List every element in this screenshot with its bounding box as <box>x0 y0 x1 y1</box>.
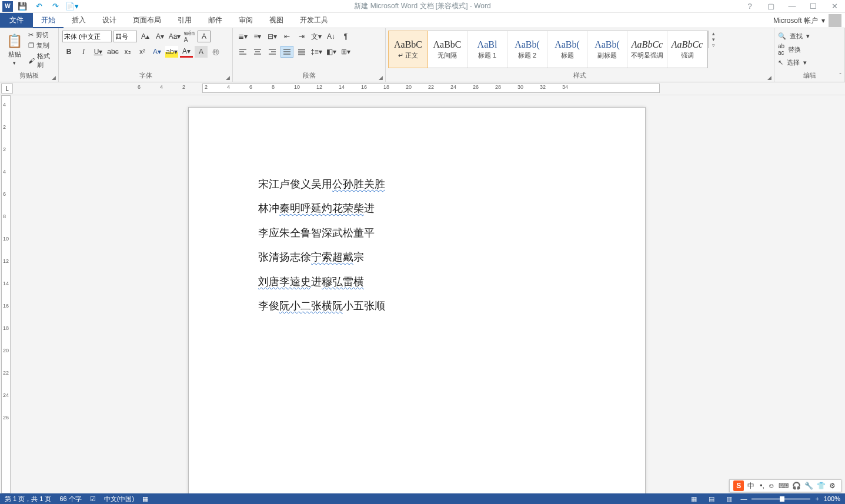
underline-button[interactable]: U▾ <box>92 46 105 58</box>
zoom-slider[interactable] <box>752 498 810 500</box>
text-run[interactable]: 穆弘雷横 <box>322 276 364 288</box>
phonetic-button[interactable]: wénA <box>183 31 196 42</box>
style-item-4[interactable]: AaBb(标题 <box>547 31 587 68</box>
text-run[interactable]: 公孙胜关胜 <box>332 178 385 190</box>
status-word-count[interactable]: 66 个字 <box>59 495 81 503</box>
text-run[interactable]: 刘唐李逵史 <box>258 276 311 288</box>
ime-item-1[interactable]: ☺ <box>768 482 775 490</box>
multilevel-button[interactable]: ⊟▾ <box>266 31 279 42</box>
style-item-1[interactable]: AaBbC无间隔 <box>427 31 467 68</box>
tab-design[interactable]: 设计 <box>94 13 125 28</box>
font-color-button[interactable]: A▾ <box>180 46 193 58</box>
page[interactable]: 宋江卢俊义吴用公孙胜关胜林冲秦明呼延灼花荣柴进李应朱仝鲁智深武松董平张清扬志徐宁… <box>188 107 646 493</box>
account-area[interactable]: Microsoft 帐户▾ <box>773 13 841 28</box>
increase-indent-button[interactable]: ⇥ <box>295 31 308 42</box>
align-center-button[interactable] <box>251 46 264 58</box>
zoom-out-button[interactable]: — <box>740 495 747 502</box>
ime-item-4[interactable]: 🔧 <box>804 482 813 490</box>
enclose-char-button[interactable]: ㊕ <box>209 46 222 58</box>
replace-button[interactable]: abac替换 <box>778 43 801 56</box>
cut-button[interactable]: ✂剪切 <box>28 31 55 39</box>
paste-button[interactable]: 📋 粘贴 ▾ <box>4 31 26 68</box>
sort-button[interactable]: A↓ <box>325 31 338 42</box>
change-case-button[interactable]: Aa▾ <box>168 31 181 42</box>
superscript-button[interactable]: x² <box>136 46 149 58</box>
doc-line[interactable]: 张清扬志徐宁索超戴宗 <box>258 245 385 269</box>
styles-down-button[interactable]: ▾ <box>709 36 719 42</box>
styles-up-button[interactable]: ▴ <box>709 31 719 36</box>
zoom-level[interactable]: 100% <box>824 495 840 502</box>
borders-button[interactable]: ⊞▾ <box>339 46 352 58</box>
text-run[interactable]: 宁索超戴 <box>311 251 353 263</box>
font-name-combo[interactable]: 宋体 (中文正 <box>62 31 112 42</box>
status-proofing-icon[interactable]: ☑ <box>90 495 96 503</box>
text-run[interactable]: 宋江卢俊义吴用 <box>258 178 332 190</box>
styles-more-button[interactable]: ▿ <box>709 42 719 48</box>
numbering-button[interactable]: ≡▾ <box>251 31 264 42</box>
tab-selector[interactable]: L <box>1 84 13 94</box>
asian-layout-button[interactable]: 文▾ <box>310 31 323 42</box>
char-shading-button[interactable]: A <box>195 46 208 58</box>
text-run[interactable]: 小五张顺 <box>343 300 385 312</box>
zoom-in-button[interactable]: + <box>815 495 819 502</box>
tab-home[interactable]: 开始 <box>33 13 64 28</box>
ime-item-0[interactable]: •, <box>760 482 764 490</box>
qat-undo-button[interactable]: ↶ <box>32 0 46 13</box>
help-button[interactable]: ? <box>742 2 758 11</box>
horizontal-ruler[interactable]: 642246810121416182022242628303234 <box>14 84 845 95</box>
style-item-2[interactable]: AaBl标题 1 <box>467 31 507 68</box>
text-run[interactable]: 李俊 <box>258 300 279 312</box>
shrink-font-button[interactable]: A▾ <box>153 31 166 42</box>
copy-button[interactable]: ❐复制 <box>28 41 55 50</box>
doc-line[interactable]: 宋江卢俊义吴用公孙胜关胜 <box>258 172 385 196</box>
grow-font-button[interactable]: A▴ <box>139 31 152 42</box>
doc-line[interactable]: 李应朱仝鲁智深武松董平 <box>258 221 385 245</box>
maximize-button[interactable]: ☐ <box>805 2 821 11</box>
find-button[interactable]: 🔍查找 ▾ <box>778 32 810 41</box>
view-web-button[interactable]: ▥ <box>723 495 736 503</box>
style-item-3[interactable]: AaBb(标题 2 <box>507 31 547 68</box>
tab-file[interactable]: 文件 <box>0 13 33 28</box>
decrease-indent-button[interactable]: ⇤ <box>280 31 293 42</box>
show-marks-button[interactable]: ¶ <box>339 31 352 42</box>
status-language[interactable]: 中文(中国) <box>104 495 134 503</box>
ime-item-2[interactable]: ⌨ <box>779 482 789 490</box>
char-border-button[interactable]: A <box>198 31 211 42</box>
style-item-6[interactable]: AaBbCc不明显强调 <box>627 31 667 68</box>
tab-insert[interactable]: 插入 <box>64 13 94 28</box>
view-print-button[interactable]: ▤ <box>705 495 718 503</box>
qat-customize-button[interactable]: 📄▾ <box>65 0 79 13</box>
subscript-button[interactable]: x₂ <box>121 46 134 58</box>
doc-line[interactable]: 刘唐李逵史进穆弘雷横 <box>258 270 385 294</box>
ribbon-display-button[interactable]: ▢ <box>763 2 779 11</box>
text-run[interactable]: 进 <box>364 202 375 214</box>
doc-line[interactable]: 李俊阮小二张横阮小五张顺 <box>258 294 385 318</box>
tab-references[interactable]: 引用 <box>169 13 200 28</box>
status-macro-icon[interactable]: ▦ <box>142 495 148 503</box>
align-right-button[interactable] <box>266 46 279 58</box>
vertical-ruler[interactable]: 422468101214161820222426 <box>1 95 11 493</box>
paragraph-launcher[interactable]: ◢ <box>379 75 383 81</box>
close-button[interactable]: ✕ <box>826 2 843 11</box>
ime-item-6[interactable]: ⚙ <box>829 482 836 490</box>
style-item-7[interactable]: AaBbCc强调 <box>667 31 707 68</box>
minimize-button[interactable]: — <box>784 2 800 11</box>
qat-redo-button[interactable]: ↷ <box>48 0 62 13</box>
highlight-button[interactable]: ab▾ <box>165 46 178 58</box>
line-spacing-button[interactable]: ‡≡▾ <box>310 46 323 58</box>
styles-launcher[interactable]: ◢ <box>767 75 771 81</box>
select-button[interactable]: ↖选择 ▾ <box>778 58 807 67</box>
ime-item-5[interactable]: 👕 <box>817 482 826 490</box>
tab-developer[interactable]: 开发工具 <box>292 13 336 28</box>
font-launcher[interactable]: ◢ <box>226 75 230 81</box>
text-run[interactable]: 阮小二张横阮 <box>279 300 343 312</box>
text-effects-button[interactable]: A▾ <box>151 46 163 58</box>
bold-button[interactable]: B <box>62 46 75 58</box>
align-justify-button[interactable] <box>280 46 293 58</box>
style-item-5[interactable]: AaBb(副标题 <box>587 31 627 68</box>
qat-save-button[interactable]: 💾 <box>15 0 29 13</box>
document-content[interactable]: 宋江卢俊义吴用公孙胜关胜林冲秦明呼延灼花荣柴进李应朱仝鲁智深武松董平张清扬志徐宁… <box>258 172 385 318</box>
shading-button[interactable]: ◧▾ <box>325 46 338 58</box>
tab-layout[interactable]: 页面布局 <box>125 13 169 28</box>
doc-line[interactable]: 林冲秦明呼延灼花荣柴进 <box>258 196 385 221</box>
